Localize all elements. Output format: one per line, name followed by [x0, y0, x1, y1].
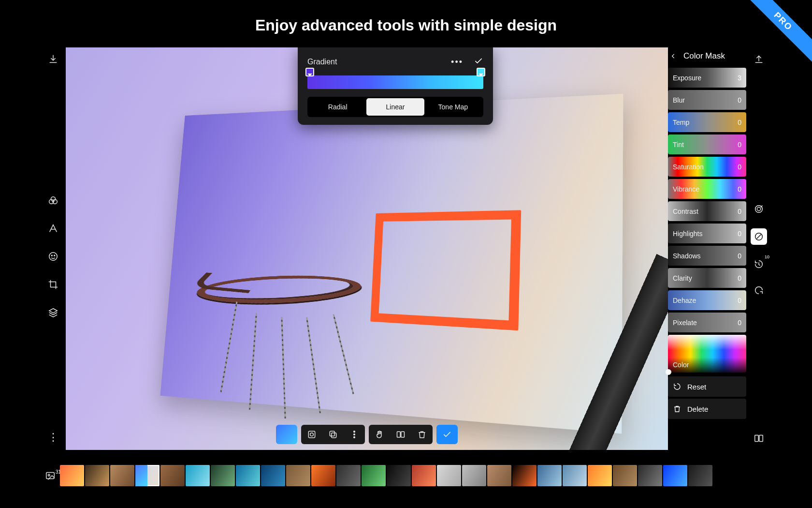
adjust-exposure[interactable]: Exposure3: [668, 68, 746, 88]
editor: ⋮ Gradient •••: [41, 47, 771, 450]
text-tool-icon[interactable]: [46, 222, 60, 235]
thumbnail[interactable]: [613, 465, 637, 486]
left-tools-group: [46, 194, 60, 319]
thumbnail[interactable]: [387, 465, 411, 486]
mask-duplicate-button[interactable]: [322, 425, 344, 444]
svg-point-7: [310, 433, 314, 436]
thumbnail[interactable]: [311, 465, 335, 486]
thumbnail[interactable]: [588, 465, 612, 486]
gradient-panel: Gradient ••• Radial Linear Tone Map: [298, 47, 493, 125]
gradient-apply-button[interactable]: [474, 56, 483, 68]
mask-shape-button[interactable]: [301, 425, 322, 444]
compare-button[interactable]: [390, 425, 411, 444]
delete-button[interactable]: [411, 425, 433, 444]
adjust-tint[interactable]: Tint0: [668, 134, 746, 154]
right-tool-strip: [746, 47, 771, 450]
target-tool-icon[interactable]: [752, 202, 766, 216]
canvas-art-square: [371, 210, 522, 331]
svg-rect-18: [755, 435, 758, 442]
gradient-tab-radial[interactable]: Radial: [309, 98, 366, 116]
layers-tool-icon[interactable]: [46, 306, 60, 319]
svg-rect-6: [308, 431, 315, 437]
image-canvas[interactable]: Gradient ••• Radial Linear Tone Map: [66, 47, 668, 450]
adjustment-actions: Reset Delete: [668, 376, 746, 419]
thumbnail[interactable]: [412, 465, 436, 486]
thumbnail[interactable]: [688, 465, 712, 486]
confirm-button[interactable]: [436, 425, 458, 444]
thumbnail[interactable]: [563, 465, 587, 486]
svg-point-4: [51, 255, 52, 256]
import-button[interactable]: [46, 52, 60, 66]
thumbnail[interactable]: [160, 465, 185, 486]
crop-tool-icon[interactable]: [46, 278, 60, 291]
adjust-vibrance[interactable]: Vibrance0: [668, 179, 746, 199]
color-picker[interactable]: Color: [668, 335, 746, 373]
svg-point-16: [757, 207, 760, 210]
svg-point-5: [54, 255, 55, 256]
thumbnail[interactable]: [85, 465, 109, 486]
gradient-tab-linear[interactable]: Linear: [366, 98, 424, 116]
thumbnail[interactable]: [186, 465, 210, 486]
thumbnail[interactable]: [110, 465, 134, 486]
adjustments-panel: Color Mask Exposure3 Blur0 Temp0 Tint0 S…: [668, 47, 746, 419]
gradient-bar[interactable]: [307, 75, 483, 89]
canvas-bottom-toolbar: [276, 425, 458, 444]
hand-tool-button[interactable]: [369, 425, 390, 444]
gradient-preview-swatch[interactable]: [276, 425, 297, 444]
gradient-type-tabs: Radial Linear Tone Map: [307, 97, 483, 117]
thumbnail[interactable]: [286, 465, 310, 486]
thumbnail[interactable]: [537, 465, 562, 486]
adjust-pixelate[interactable]: Pixelate0: [668, 313, 746, 332]
gradient-more-button[interactable]: •••: [451, 57, 463, 67]
delete-mask-button[interactable]: Delete: [668, 399, 746, 419]
thumbnail[interactable]: [211, 465, 235, 486]
gradient-stop-right[interactable]: [477, 68, 485, 76]
aspect-toggle-button[interactable]: [752, 432, 766, 445]
adjust-shadows[interactable]: Shadows0: [668, 246, 746, 266]
undo-button[interactable]: [752, 284, 766, 297]
adjust-clarity[interactable]: Clarity0: [668, 268, 746, 288]
adjust-blur[interactable]: Blur0: [668, 90, 746, 110]
history-button[interactable]: [752, 257, 766, 271]
svg-rect-13: [397, 432, 401, 437]
thumbnail[interactable]: [362, 465, 386, 486]
adjust-dehaze[interactable]: Dehaze0: [668, 290, 746, 310]
adjustments-title: Color Mask: [683, 51, 725, 61]
thumbnail[interactable]: [512, 465, 536, 486]
mask-tool-active-icon[interactable]: [751, 228, 767, 245]
svg-point-3: [49, 253, 58, 261]
thumbnail-selected[interactable]: [135, 465, 160, 486]
back-button[interactable]: [669, 52, 678, 60]
canvas-art-backboard: [160, 94, 623, 434]
thumbnail[interactable]: [437, 465, 461, 486]
thumbnail[interactable]: [60, 465, 84, 486]
adjust-contrast[interactable]: Contrast0: [668, 201, 746, 221]
adjust-tool-icon[interactable]: [46, 194, 60, 207]
svg-rect-19: [759, 435, 763, 442]
editor-more-menu[interactable]: ⋮: [47, 432, 59, 443]
gallery-button[interactable]: 31: [41, 470, 60, 481]
thumbnail-strip[interactable]: [60, 465, 771, 486]
thumbnail[interactable]: [638, 465, 662, 486]
thumbnail[interactable]: [336, 465, 361, 486]
thumbnail[interactable]: [487, 465, 511, 486]
filmstrip: 31: [41, 463, 771, 489]
svg-rect-14: [401, 432, 405, 437]
adjust-temp[interactable]: Temp0: [668, 112, 746, 132]
svg-point-11: [354, 434, 355, 435]
gradient-tab-tonemap[interactable]: Tone Map: [424, 98, 482, 116]
adjust-highlights[interactable]: Highlights0: [668, 224, 746, 243]
thumbnail[interactable]: [236, 465, 260, 486]
reset-button[interactable]: Reset: [668, 376, 746, 397]
mask-more-button[interactable]: [344, 425, 365, 444]
thumbnail[interactable]: [663, 465, 687, 486]
thumbnail[interactable]: [261, 465, 285, 486]
adjust-saturation[interactable]: Saturation0: [668, 157, 746, 177]
color-picker-cursor[interactable]: [666, 369, 671, 375]
mask-mode-group: [301, 425, 365, 444]
face-tool-icon[interactable]: [46, 250, 60, 263]
gradient-stop-left[interactable]: [305, 68, 314, 76]
export-button[interactable]: [752, 52, 766, 66]
svg-rect-9: [332, 433, 336, 438]
thumbnail[interactable]: [462, 465, 486, 486]
